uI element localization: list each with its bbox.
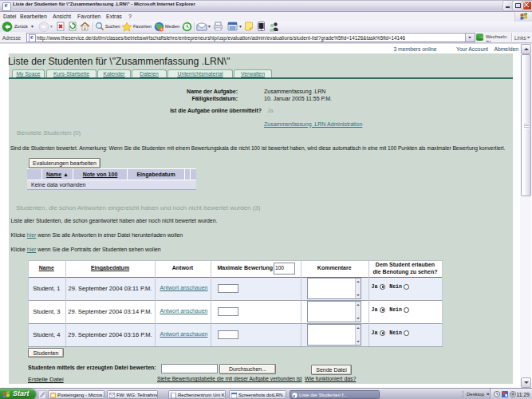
- svg-text:e: e: [293, 393, 295, 397]
